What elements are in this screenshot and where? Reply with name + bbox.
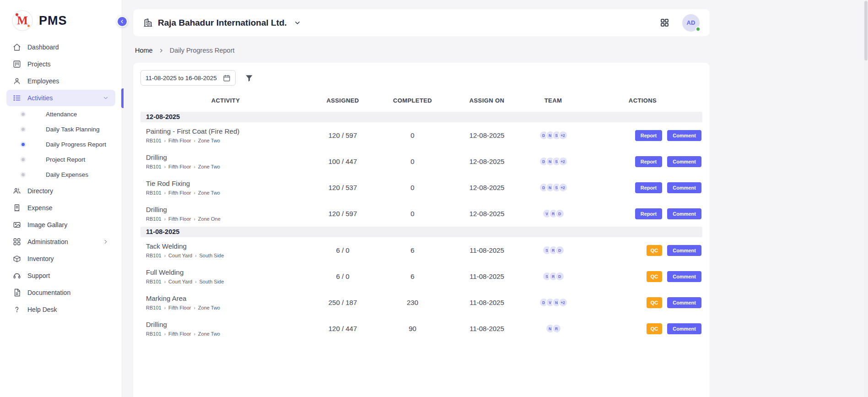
- completed-value: 90: [375, 325, 450, 332]
- sidebar-subitem-label: Daily Progress Report: [46, 141, 106, 148]
- chevron-sep: ›: [194, 190, 195, 196]
- sidebar-subitem-daily-expenses[interactable]: Daily Expenses: [5, 167, 117, 182]
- image-icon: [13, 221, 21, 229]
- sidebar-item-projects[interactable]: Projects: [6, 56, 115, 72]
- activity-path: RB101› Fifth Floor› Zone Two: [146, 331, 311, 337]
- vertical-scrollbar[interactable]: [864, 0, 868, 397]
- activity-title: Tack Welding: [146, 242, 311, 250]
- report-button[interactable]: Report: [635, 208, 662, 219]
- user-avatar[interactable]: AD: [682, 14, 700, 32]
- sidebar-item-directory[interactable]: Directory: [6, 183, 115, 199]
- sidebar-item-activities[interactable]: Activities: [6, 90, 115, 106]
- assign-on-value: 11-08-2025: [450, 272, 523, 280]
- sidebar-nav: Dashboard Projects Employees Activities …: [0, 39, 122, 318]
- comment-button[interactable]: Comment: [667, 297, 701, 308]
- chevron-sep: ›: [195, 279, 196, 284]
- chevron-sep: ›: [164, 253, 166, 258]
- breadcrumb-home-link[interactable]: Home: [135, 47, 153, 54]
- sidebar-collapse-button[interactable]: [117, 16, 128, 27]
- grid-icon: [13, 238, 21, 246]
- team-avatar-more[interactable]: +2: [558, 157, 568, 166]
- sidebar-subitem-daily-progress-report[interactable]: Daily Progress Report: [5, 137, 117, 152]
- activity-title: Tie Rod Fixing: [146, 179, 311, 187]
- chevron-right-icon: [102, 239, 109, 245]
- qc-button[interactable]: QC: [647, 323, 663, 334]
- question-icon: [13, 305, 21, 314]
- company-selector[interactable]: Raja Bahadur International Ltd.: [143, 18, 301, 28]
- sidebar-subitem-attendance[interactable]: Attendance: [5, 107, 117, 122]
- chevron-sep: ›: [194, 164, 195, 169]
- sidebar-subitem-label: Attendance: [46, 111, 77, 118]
- document-icon: [13, 288, 21, 297]
- assign-on-value: 11-08-2025: [450, 299, 523, 306]
- sidebar-item-support[interactable]: Support: [6, 267, 115, 284]
- assigned-value: 120 / 447: [311, 325, 375, 332]
- app-title: PMS: [39, 14, 67, 28]
- calendar-icon[interactable]: [223, 74, 231, 82]
- chevron-down-icon: [102, 95, 109, 101]
- chevron-down-icon: [294, 19, 301, 27]
- sidebar-item-administration[interactable]: Administration: [6, 234, 115, 250]
- headset-icon: [13, 272, 21, 280]
- qc-button[interactable]: QC: [647, 271, 663, 282]
- sidebar-item-label: Projects: [27, 60, 51, 68]
- team-avatar-more[interactable]: +2: [558, 183, 568, 192]
- sidebar-item-label: Directory: [27, 187, 53, 195]
- table-header-row: ACTIVITY ASSIGNED COMPLETED ASSIGN ON TE…: [140, 90, 702, 112]
- assigned-value: 120 / 537: [311, 184, 375, 191]
- comment-button[interactable]: Comment: [667, 156, 701, 167]
- sidebar-item-expense[interactable]: Expense: [6, 200, 115, 216]
- apps-grid-icon[interactable]: [660, 18, 669, 27]
- bullet-icon: [22, 113, 25, 116]
- comment-button[interactable]: Comment: [667, 245, 701, 256]
- assign-on-value: 12-08-2025: [450, 210, 523, 218]
- team-avatar-more[interactable]: +2: [558, 131, 568, 140]
- team-avatar: D: [555, 209, 565, 218]
- sidebar: M PMS Dashboard Projects Employees Activ…: [0, 0, 122, 397]
- active-indicator: [121, 88, 124, 108]
- team-avatar: D: [555, 245, 565, 255]
- sidebar-item-image-gallery[interactable]: Image Gallary: [6, 217, 115, 233]
- bullet-icon: [22, 158, 25, 161]
- chevron-sep: ›: [164, 217, 166, 222]
- sidebar-item-documentation[interactable]: Documentation: [6, 284, 115, 301]
- col-header-assign-on: ASSIGN ON: [450, 97, 523, 104]
- bullet-icon: [22, 173, 25, 176]
- comment-button[interactable]: Comment: [667, 208, 701, 219]
- activity-title: Drilling: [146, 321, 311, 328]
- completed-value: 0: [375, 158, 450, 165]
- sidebar-item-employees[interactable]: Employees: [6, 73, 115, 89]
- chevron-sep: ›: [194, 305, 195, 310]
- chevron-sep: ›: [164, 305, 166, 310]
- sidebar-subitem-daily-task-planning[interactable]: Daily Task Planning: [5, 122, 117, 137]
- date-range-input[interactable]: 11-08-2025 to 16-08-2025: [140, 70, 236, 86]
- chevron-sep: ›: [164, 190, 166, 196]
- sidebar-item-help-desk[interactable]: Help Desk: [6, 301, 115, 318]
- sidebar-item-dashboard[interactable]: Dashboard: [6, 39, 115, 55]
- filter-funnel-icon[interactable]: [245, 74, 253, 82]
- team-avatar-more[interactable]: +2: [558, 298, 568, 307]
- comment-button[interactable]: Comment: [667, 323, 701, 334]
- comment-button[interactable]: Comment: [667, 182, 701, 193]
- team-avatars: D N S +2: [523, 131, 583, 140]
- main-area: Raja Bahadur International Ltd. AD Home …: [122, 0, 868, 397]
- comment-button[interactable]: Comment: [667, 271, 701, 282]
- date-group-header: 11-08-2025: [140, 227, 702, 237]
- sidebar-item-inventory[interactable]: Inventory: [6, 250, 115, 267]
- comment-button[interactable]: Comment: [667, 130, 701, 141]
- chevron-sep: ›: [164, 332, 166, 337]
- chevron-sep: ›: [194, 217, 195, 222]
- report-button[interactable]: Report: [635, 156, 662, 167]
- sidebar-item-label: Administration: [27, 238, 68, 245]
- report-button[interactable]: Report: [635, 182, 662, 193]
- sidebar-subitem-project-report[interactable]: Project Report: [5, 152, 117, 167]
- team-avatar: R: [552, 324, 561, 333]
- activity-path: RB101› Fifth Floor› Zone Two: [146, 190, 311, 196]
- qc-button[interactable]: QC: [647, 245, 663, 256]
- team-avatars: S R D: [523, 245, 583, 255]
- assigned-value: 120 / 597: [311, 131, 375, 139]
- report-button[interactable]: Report: [635, 130, 662, 141]
- scrollbar-thumb[interactable]: [864, 1, 868, 60]
- activity-path: RB101› Fifth Floor› Zone Two: [146, 305, 311, 310]
- qc-button[interactable]: QC: [647, 297, 663, 308]
